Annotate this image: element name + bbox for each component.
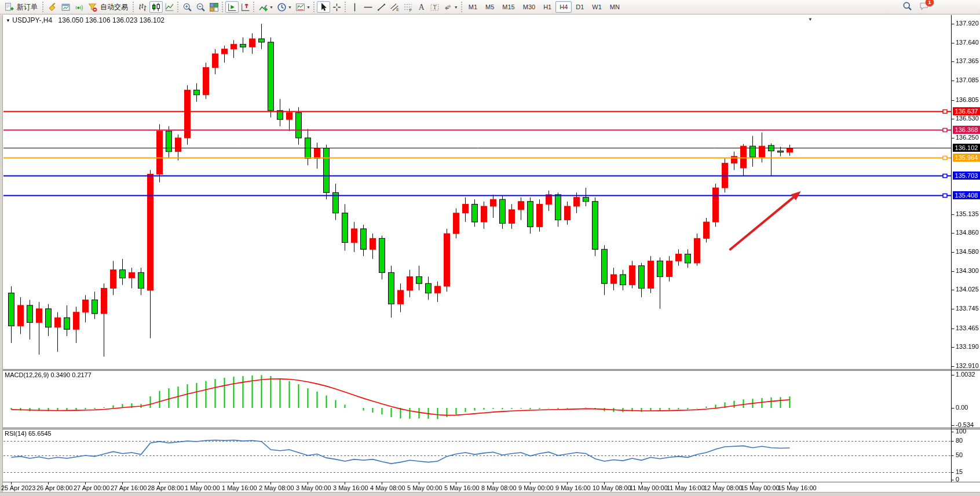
- chevron-down-icon[interactable]: ▼: [306, 5, 310, 9]
- signal-button[interactable]: [72, 1, 86, 13]
- time-axis-label: 5 May 16:00: [444, 484, 480, 492]
- cursor-button[interactable]: [317, 1, 330, 13]
- label-button[interactable]: T: [428, 1, 441, 13]
- rs-axis-label: 15: [956, 468, 963, 476]
- text-button[interactable]: A: [415, 1, 428, 13]
- new-order-button[interactable]: 新订单: [2, 1, 41, 13]
- toolbar-separator: [461, 2, 462, 12]
- zoom-in-button[interactable]: [181, 1, 194, 13]
- window-left-border: [0, 15, 3, 496]
- time-axis-label: 27 Apr 00:00: [74, 484, 109, 492]
- chevron-down-icon[interactable]: ▼: [288, 5, 292, 9]
- tile-windows-button[interactable]: [207, 1, 221, 13]
- rs-axis-label: 50: [956, 451, 963, 459]
- chart-collapse-icon[interactable]: ▼: [6, 18, 10, 23]
- svg-text:A: A: [419, 3, 425, 12]
- crosshair-button[interactable]: [330, 1, 343, 13]
- time-axis-label: 28 Apr 08:00: [148, 484, 184, 492]
- time-axis-label: 3 May 16:00: [333, 484, 368, 492]
- chart-canvas[interactable]: [0, 0, 980, 496]
- current-price-badge: 136.102: [953, 144, 980, 152]
- toolbar-separator: [177, 2, 178, 12]
- periods-button[interactable]: ▼: [275, 1, 294, 13]
- toolbar: 新订单自动交易▼▼▼EFAT▼M1M5M15M30H1H4D1W1MN1: [0, 0, 980, 14]
- cursor-icon: [319, 2, 328, 12]
- period-button-m30[interactable]: M30: [519, 1, 539, 13]
- time-axis-label: 25 Apr 2023: [1, 484, 35, 492]
- price-tick-label: 133.465: [956, 324, 979, 332]
- time-axis-label: 15 May 16:00: [778, 484, 817, 492]
- new-order-button-label: 新订单: [15, 2, 39, 12]
- arrows-button[interactable]: ▼: [441, 1, 460, 13]
- price-tick-label: 135.135: [956, 210, 979, 218]
- template-icon: [295, 2, 305, 12]
- period-button-h1[interactable]: H1: [539, 1, 555, 13]
- toolbar-separator: [133, 2, 134, 12]
- chart-profile-button[interactable]: [59, 1, 72, 13]
- chart-title: ▼ USDJPY-,H4 136.050 136.106 136.023 136…: [6, 17, 164, 24]
- candlestick-button[interactable]: [149, 1, 163, 13]
- auto-scroll-button[interactable]: [225, 1, 239, 13]
- price-tick-label: 134.860: [956, 229, 979, 236]
- indicators-button[interactable]: ▼: [257, 1, 275, 13]
- zoom-in-icon: [182, 2, 192, 12]
- rsi-label: RSI(14) 65.6545: [5, 430, 52, 437]
- time-axis-label: 11 May 16:00: [667, 484, 705, 492]
- horizontal-line-button[interactable]: [361, 1, 375, 13]
- time-axis-label: 5 May 00:00: [407, 484, 443, 492]
- fibonacci-icon: F: [403, 2, 413, 12]
- duster-button[interactable]: [46, 1, 59, 13]
- channel-button[interactable]: E: [388, 1, 401, 13]
- time-axis-label: 8 May 08:00: [481, 484, 517, 492]
- auto-scroll-icon: [227, 2, 237, 12]
- autotrading-icon: [87, 2, 97, 12]
- toolbar-separator: [222, 2, 223, 12]
- chevron-down-icon[interactable]: ▼: [454, 5, 458, 9]
- chat-button[interactable]: 1: [919, 1, 929, 13]
- toolbar-separator: [253, 2, 254, 12]
- trendline-icon: [376, 2, 386, 12]
- period-button-mn[interactable]: MN: [606, 1, 624, 13]
- trendline-button[interactable]: [375, 1, 388, 13]
- period-button-w1[interactable]: W1: [588, 1, 606, 13]
- chart-shift-marker[interactable]: ▼: [808, 16, 813, 23]
- time-axis-label: 4 May 08:00: [370, 484, 405, 492]
- time-axis-label: 11 May 00:00: [630, 484, 668, 492]
- search-button[interactable]: [902, 1, 912, 13]
- crosshair-icon: [332, 2, 342, 12]
- line-chart-button[interactable]: [163, 1, 176, 13]
- duster-icon: [47, 2, 57, 12]
- period-button-m1[interactable]: M1: [465, 1, 481, 13]
- vertical-line-button[interactable]: [348, 1, 361, 13]
- autotrading-button[interactable]: 自动交易: [86, 1, 131, 13]
- window-bottom-border: [0, 492, 980, 496]
- fibonacci-button[interactable]: F: [401, 1, 415, 13]
- time-axis-label: 9 May 00:00: [518, 484, 554, 492]
- zoom-out-button[interactable]: [194, 1, 207, 13]
- templates-button[interactable]: ▼: [294, 1, 312, 13]
- period-button-m5[interactable]: M5: [481, 1, 498, 13]
- chart-shift-button[interactable]: [239, 1, 252, 13]
- price-tick-label: 133.190: [956, 343, 979, 351]
- rs-axis-label: 0: [956, 476, 959, 483]
- time-axis-label: 27 Apr 16:00: [111, 484, 147, 492]
- macd-axis-label: 0.00: [956, 404, 968, 411]
- chevron-down-icon[interactable]: ▼: [269, 5, 273, 9]
- zoom-out-icon: [196, 2, 206, 12]
- level-price-badge: 136.637: [953, 107, 980, 115]
- price-tick-label: 134.580: [956, 248, 979, 256]
- period-button-m15[interactable]: M15: [498, 1, 518, 13]
- macd-axis-label: 1.0032: [956, 371, 975, 378]
- macd-name: MACD(12,26,9): [5, 371, 49, 378]
- rs-axis-label: 80: [956, 437, 963, 444]
- bar-chart-button[interactable]: [136, 1, 149, 13]
- price-tick-label: 134.300: [956, 267, 979, 275]
- period-button-d1[interactable]: D1: [572, 1, 588, 13]
- period-button-h4[interactable]: H4: [555, 1, 572, 13]
- time-axis-label: 1 May 00:00: [185, 484, 220, 492]
- signal-icon: [74, 2, 84, 12]
- price-tick-label: 134.025: [956, 286, 979, 293]
- level-price-badge: 135.964: [953, 154, 980, 162]
- notification-badge: 1: [926, 0, 934, 6]
- price-tick-label: 137.920: [956, 20, 979, 27]
